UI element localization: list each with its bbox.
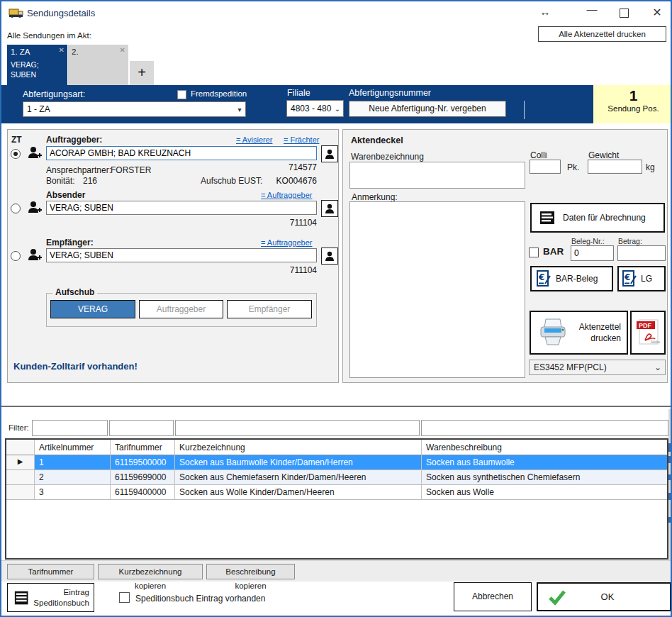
person-add-icon[interactable] [26,145,43,162]
auftraggeber-input[interactable] [46,146,317,160]
bar-beleg-button[interactable]: € BAR-Beleg [530,266,613,291]
aufschub-eust-label: Aufschub EUST: [201,176,262,186]
tab2-title: 2. [72,48,125,56]
radio-auftraggeber[interactable] [11,149,21,159]
absender-auftraggeber-link[interactable]: = Auftraggeber [261,191,312,199]
table-row[interactable]: 2 61159699000 Socken aus Chemiefasern Ki… [6,470,667,485]
copy-tarifnummer-button[interactable]: Tarifnummer kopieren [7,564,94,579]
cell-warenbeschreibung[interactable]: Socken aus Baumwolle [422,455,667,470]
warenbezeichnung-input[interactable] [349,162,525,189]
col-artikelnummer[interactable]: Artikelnummer [35,440,111,455]
sendungen-im-akt-label: Alle Sendungen im Akt: [7,31,91,40]
minimize-button[interactable]: — [584,3,600,15]
tab1-line3: SUBEN [11,70,64,79]
betrag-input[interactable] [617,245,666,261]
daten-abrechnung-button[interactable]: Daten für Abrechnung [530,203,665,233]
fremdspedition-label: Fremdspedition [191,89,247,98]
cell-kurzbezeichnung[interactable]: Socken aus Chemiefasern Kinder/Damen/Hee… [175,470,422,485]
col-tarifnummer[interactable]: Tarifnummer [111,440,175,455]
copy-kurzbezeichnung-button[interactable]: Kurzbezeichnung kopieren [98,564,203,579]
cell-kurzbezeichnung[interactable]: Socken aus Wolle Kinder/Damen/Heeren [175,485,422,500]
person-add-icon[interactable] [26,247,43,264]
printer-select[interactable]: ES3452 MFP(PCL) ⌄ [529,360,666,375]
close-button[interactable]: ✕ [649,6,665,19]
aufschub-empfaenger-button[interactable]: Empfänger [227,300,312,318]
cell-artikelnummer[interactable]: 1 [35,455,111,470]
sendung-pos-count: 1 [593,87,672,104]
aufschub-auftraggeber-button[interactable]: Auftraggeber [139,300,223,318]
svg-text:PDF: PDF [639,322,652,329]
lg-button[interactable]: € LG [617,266,666,291]
filter-warenbeschreibung-input[interactable] [421,420,668,436]
absender-lookup-button[interactable] [321,200,338,217]
fremdspedition-checkbox[interactable] [177,90,186,99]
ok-button[interactable]: OK [537,582,671,611]
ansprechpartner-value: FORSTER [111,165,151,175]
chevron-down-icon: ⌄ [651,362,665,372]
col-warenbeschreibung[interactable]: Warenbeschreibung [422,440,667,455]
bar-checkbox[interactable] [529,248,539,257]
table-scrollbar[interactable] [668,409,672,560]
empfaenger-input[interactable] [46,248,317,262]
abfertigungsart-select[interactable]: 1 - ZA ▾ [23,101,246,117]
radio-absender[interactable] [11,204,21,213]
tab1-close-icon[interactable]: ✕ [59,46,65,54]
anmerkung-input[interactable] [349,201,525,378]
resize-icon[interactable]: ↔ [537,6,553,18]
aktendeckel-panel: Aktendeckel Warenbezeichnung Colli Pk. G… [342,129,668,383]
ansprechpartner-label: Ansprechpartner: [46,165,111,175]
aktenzettel-drucken-button[interactable]: Aktenzettel drucken [530,311,628,355]
cell-warenbeschreibung[interactable]: Socken aus Wolle [422,485,667,500]
parties-panel: ZT Auftraggeber: = Avisierer = Frächter … [7,129,339,383]
cell-tarifnummer[interactable]: 61159699000 [111,470,175,485]
cell-artikelnummer[interactable]: 2 [35,470,111,485]
abbrechen-button[interactable]: Abbrechen [454,582,532,611]
sendung-pos-label: Sendung Pos. [593,104,672,113]
printer-select-value: ES3452 MFP(PCL) [530,362,651,372]
absender-number: 711104 [260,218,317,228]
filter-kurzbezeichnung-input[interactable] [175,420,420,436]
avisierer-link[interactable]: = Avisierer [236,135,272,144]
empfaenger-auftraggeber-link[interactable]: = Auftraggeber [261,238,312,247]
copy-beschreibung-button[interactable]: Beschreibung kopieren [206,564,295,579]
tab2-close-icon[interactable]: ✕ [120,46,125,54]
bonitaet-label: Bonität: [46,176,75,186]
colli-input[interactable] [530,160,561,174]
aufschub-verag-button[interactable]: VERAG [50,300,135,318]
aktenzettel-label-line2: drucken [590,333,621,343]
beleg-nr-input[interactable] [571,245,614,261]
cell-kurzbezeichnung[interactable]: Socken aus Baumwolle Kinder/Damen/Herren [175,455,422,470]
beleg-nr-label: Beleg-Nr.: [571,237,605,245]
radio-empfaenger[interactable] [11,251,21,261]
filter-artikelnummer-input[interactable] [32,420,108,436]
cell-warenbeschreibung[interactable]: Socken aus synthetischen Chemiefasern [422,470,667,485]
table-row[interactable]: 3 61159400000 Socken aus Wolle Kinder/Da… [6,485,667,500]
aktendeckel-title: Aktendeckel [351,135,403,145]
tab-sendung-1[interactable]: 1. ZA ✕ VERAG; SUBEN [7,45,67,85]
auftraggeber-lookup-button[interactable] [321,145,338,162]
absender-input[interactable] [46,201,317,215]
fraechter-link[interactable]: = Frächter [284,135,319,144]
gewicht-label: Gewicht [588,150,619,160]
pdf-button[interactable]: PDF Adobe [630,311,666,355]
col-kurzbezeichnung[interactable]: Kurzbezeichnung [175,440,422,455]
filter-tarifnummer-input[interactable] [109,420,174,436]
filiale-select[interactable]: 4803 - 480 ⌄ [286,100,344,117]
person-add-icon[interactable] [26,199,43,216]
add-sendung-button[interactable]: + [130,61,154,85]
empfaenger-lookup-button[interactable] [321,248,338,265]
speditionsbuch-checkbox[interactable] [119,592,130,603]
tab-sendung-2[interactable]: 2. ✕ [68,45,128,85]
svg-text:€: € [538,272,544,282]
table-row[interactable]: ▶ 1 61159500000 Socken aus Baumwolle Kin… [6,455,667,470]
maximize-button[interactable] [620,9,629,18]
cell-tarifnummer[interactable]: 61159500000 [111,455,175,470]
cell-artikelnummer[interactable]: 3 [35,485,111,500]
cell-tarifnummer[interactable]: 61159400000 [111,485,175,500]
colli-label: Colli [530,150,547,160]
eintrag-speditionsbuch-button[interactable]: Eintrag Speditionsbuch [7,583,94,612]
gewicht-input[interactable] [588,160,642,174]
warenbezeichnung-label: Warenbezeichnung [351,152,424,162]
neue-abfertigungsnr-button[interactable]: Neue Abfertigung-Nr. vergeben [349,101,506,117]
print-all-aktenzettel-button[interactable]: Alle Aktenzettel drucken [538,26,666,42]
